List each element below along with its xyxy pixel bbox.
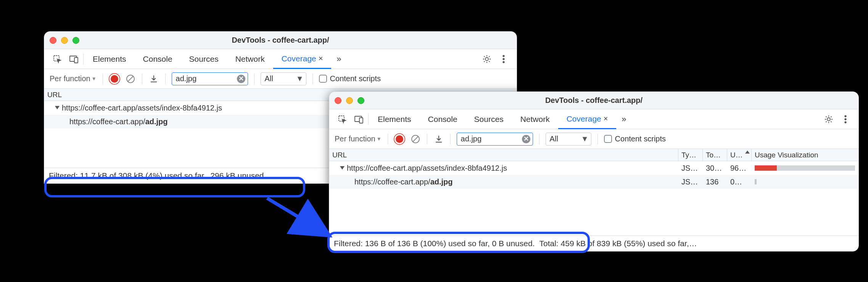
cell-total: 30… [703,161,727,175]
granularity-label: Per function [50,74,90,83]
url-text: https://coffee-cart.app/assets/index-8bf… [62,104,222,112]
tab-coverage-label: Coverage [282,54,316,63]
panel-tabs: Elements Console Sources Network Coverag… [329,109,858,129]
export-icon[interactable] [148,74,159,84]
kebab-menu-icon[interactable] [837,109,854,129]
more-tabs-icon[interactable]: » [616,109,631,129]
more-tabs-icon[interactable]: » [331,49,346,69]
content-scripts-checkbox[interactable]: Content scripts [604,135,666,143]
url-match: ad.jpg [145,117,168,126]
url-filter-input[interactable]: ad.jpg ✕ [172,72,248,85]
url-filter-value: ad.jpg [461,135,522,143]
cell-viz [752,175,858,189]
separator [254,74,254,84]
checkbox-icon [604,135,612,143]
clear-filter-icon[interactable]: ✕ [522,135,530,143]
separator [312,74,313,84]
content-scripts-label: Content scripts [330,74,381,83]
inspect-icon[interactable] [49,49,66,69]
svg-point-3 [485,58,488,61]
col-url[interactable]: URL [329,149,678,161]
export-icon[interactable] [433,134,444,144]
separator [539,134,539,144]
tab-console[interactable]: Console [135,49,181,69]
granularity-select[interactable]: Per function▼ [335,135,382,143]
svg-point-12 [845,115,847,117]
granularity-select[interactable]: Per function▼ [50,74,97,83]
zoom-icon[interactable] [358,97,364,104]
tab-coverage-label: Coverage [567,114,601,123]
separator [450,134,451,144]
status-rest: 296 kB unused. [210,171,266,180]
minimize-icon[interactable] [61,37,68,44]
col-unused[interactable]: U… [727,149,752,161]
device-toolbar-icon[interactable] [66,49,82,69]
tab-network[interactable]: Network [227,49,273,69]
close-tab-icon[interactable]: × [604,114,608,123]
titlebar[interactable]: DevTools - coffee-cart.app/ [329,92,858,109]
svg-point-5 [503,58,505,60]
cell-unused: 96… [727,161,752,175]
chevron-down-icon[interactable] [55,106,60,109]
separator [368,114,369,125]
devtools-window-new: DevTools - coffee-cart.app/ Elements Con… [329,91,859,252]
url-filter-input[interactable]: ad.jpg ✕ [457,133,533,146]
status-filtered: Filtered: 136 B of 136 B (100%) used so … [334,239,535,248]
tab-network[interactable]: Network [512,109,558,129]
clear-button[interactable] [410,134,421,144]
close-icon[interactable] [50,37,56,44]
tab-elements[interactable]: Elements [84,49,135,69]
cell-total: 136 [703,175,727,189]
window-title: DevTools - coffee-cart.app/ [329,96,858,105]
tab-sources[interactable]: Sources [466,109,512,129]
url-text: https://coffee-cart.app/assets/index-8bf… [347,164,507,173]
minimize-icon[interactable] [346,97,353,104]
checkbox-icon [319,75,327,83]
gear-icon[interactable] [820,109,837,129]
clear-filter-icon[interactable]: ✕ [237,75,245,83]
tab-coverage[interactable]: Coverage × [273,50,332,69]
svg-point-13 [845,118,847,120]
tab-coverage[interactable]: Coverage × [558,110,617,129]
table-row[interactable]: https://coffee-cart.app/assets/index-8bf… [329,161,858,175]
record-button[interactable] [394,134,405,144]
coverage-rows: https://coffee-cart.app/assets/index-8bf… [329,161,858,236]
inspect-icon[interactable] [334,109,351,129]
status-total: Total: 459 kB of 839 kB (55%) used so fa… [539,239,697,248]
clear-button[interactable] [125,74,136,84]
close-tab-icon[interactable]: × [319,54,323,63]
url-filter-value: ad.jpg [176,74,237,83]
zoom-icon[interactable] [72,37,79,44]
cell-type: JS… [678,161,703,175]
type-filter-label: All [265,74,273,83]
tab-console[interactable]: Console [420,109,466,129]
content-scripts-checkbox[interactable]: Content scripts [319,74,381,83]
cell-type: JS… [678,175,703,189]
close-icon[interactable] [335,97,341,104]
col-type[interactable]: Ty… [678,149,703,161]
type-filter-label: All [550,135,558,143]
sort-asc-icon [745,151,750,154]
type-filter-select[interactable]: All▼ [546,133,591,146]
table-row[interactable]: https://coffee-cart.app/ad.jpg JS… 136 0… [329,175,858,189]
record-icon [396,135,403,143]
separator [165,74,166,84]
titlebar[interactable]: DevTools - coffee-cart.app/ [44,32,517,49]
svg-point-6 [503,61,505,63]
type-filter-select[interactable]: All▼ [261,72,306,85]
gear-icon[interactable] [478,49,495,69]
tab-sources[interactable]: Sources [181,49,227,69]
kebab-menu-icon[interactable] [495,49,512,69]
column-headers: URL Ty… To… U… Usage Visualization [329,149,858,161]
window-title: DevTools - coffee-cart.app/ [44,36,517,45]
svg-rect-10 [359,118,363,123]
device-toolbar-icon[interactable] [351,109,367,129]
tab-elements[interactable]: Elements [369,109,420,129]
col-viz[interactable]: Usage Visualization [752,149,858,161]
col-total[interactable]: To… [703,149,727,161]
granularity-label: Per function [335,135,375,143]
url-prefix: https://coffee-cart.app/ [69,117,145,126]
record-button[interactable] [109,74,120,84]
chevron-down-icon[interactable] [340,166,345,170]
coverage-toolbar: Per function▼ ad.jpg ✕ All▼ Content scri… [329,129,858,149]
